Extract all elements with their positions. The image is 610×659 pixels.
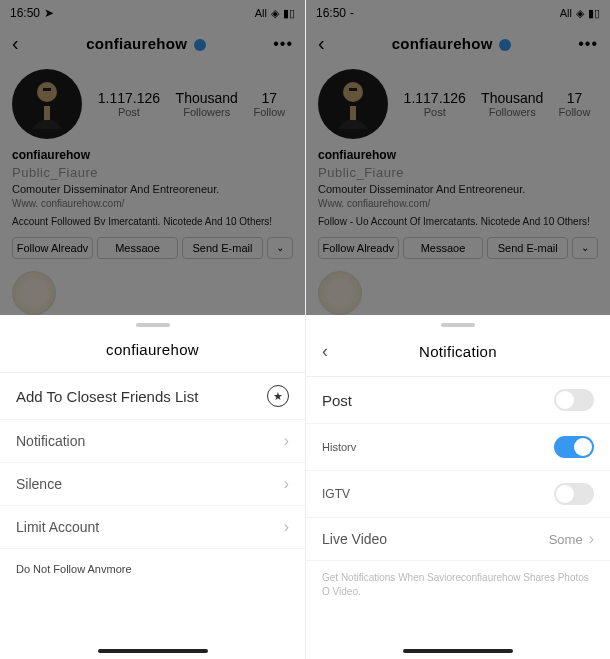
chevron-right-icon: › xyxy=(284,432,289,450)
svg-rect-5 xyxy=(350,106,356,120)
followed-by[interactable]: Account Followed Bv Imercatanti. Nicoted… xyxy=(12,215,293,229)
profile-handle: confiaurehow xyxy=(325,35,579,52)
avatar[interactable] xyxy=(318,69,388,139)
stats: 1.117.126Post ThousandFollowers 17Follow xyxy=(82,69,293,139)
bio: confiaurehow Public_Fiaure Comouter Diss… xyxy=(306,147,610,229)
bio-link[interactable]: Www. confiaurehow.com/ xyxy=(12,197,293,211)
verified-icon xyxy=(194,39,206,51)
more-icon[interactable]: ••• xyxy=(578,35,598,53)
verified-icon xyxy=(499,39,511,51)
profile-page-dimmed: 16:50 - All◈▮▯ ‹ confiaurehow ••• 1.117.… xyxy=(306,0,610,315)
sheet-grabber[interactable] xyxy=(441,323,475,327)
chevron-right-icon: › xyxy=(589,530,594,548)
toggle-post[interactable] xyxy=(554,389,594,411)
stats: 1.117.126Post ThousandFollowers 17Follow xyxy=(388,69,598,139)
wifi-icon: ◈ xyxy=(271,7,279,20)
row-live-video[interactable]: Live Video Some › xyxy=(306,518,610,561)
row-igtv-notif: IGTV xyxy=(306,471,610,518)
sheet-grabber[interactable] xyxy=(136,323,170,327)
notifications-sheet: ‹ Notification Post Historv IGTV Live Vi… xyxy=(306,315,610,659)
battery-icon: ▮▯ xyxy=(283,7,295,20)
bio-desc: Comouter Disseminator And Entreoreneur. xyxy=(318,182,598,197)
toggle-history[interactable] xyxy=(554,436,594,458)
bio-link[interactable]: Www. confiaurehow.com/ xyxy=(318,197,598,211)
chevron-right-icon: › xyxy=(284,475,289,493)
network: All xyxy=(255,7,267,19)
follow-button[interactable]: Follow Alreadv xyxy=(318,237,399,259)
message-button[interactable]: Messaoe xyxy=(403,237,484,259)
more-icon[interactable]: ••• xyxy=(273,35,293,53)
bio-desc: Comouter Disseminator And Entreoreneur. xyxy=(12,182,293,197)
story-highlight[interactable] xyxy=(318,271,362,315)
star-icon: ★ xyxy=(267,385,289,407)
notification-hint: Get Notifications When Savioreconfiaureh… xyxy=(306,561,610,609)
row-closest-friends[interactable]: Add To Closest Friends List ★ xyxy=(0,373,305,420)
sheet-back-icon[interactable]: ‹ xyxy=(322,341,342,362)
row-notifications[interactable]: Notification › xyxy=(0,420,305,463)
svg-point-3 xyxy=(343,82,363,102)
battery-icon: ▮▯ xyxy=(588,7,600,20)
svg-rect-2 xyxy=(44,106,50,120)
suggestions-dropdown[interactable]: ⌄ xyxy=(572,237,598,259)
row-history-notif: Historv xyxy=(306,424,610,471)
profile-page-dimmed: 16:50➤ All◈▮▯ ‹ confiaurehow ••• 1.117.1… xyxy=(0,0,305,315)
follow-button[interactable]: Follow Alreadv xyxy=(12,237,93,259)
svg-rect-1 xyxy=(43,88,51,91)
location-icon: ➤ xyxy=(44,6,54,20)
profile-handle: confiaurehow xyxy=(19,35,274,52)
row-post-notif: Post xyxy=(306,377,610,424)
action-buttons: Follow Alreadv Messaoe Send E-mail ⌄ xyxy=(0,229,305,267)
suggestions-dropdown[interactable]: ⌄ xyxy=(267,237,293,259)
bio-name: confiaurehow xyxy=(318,147,598,164)
row-silence[interactable]: Silence › xyxy=(0,463,305,506)
toggle-igtv[interactable] xyxy=(554,483,594,505)
story-highlight[interactable] xyxy=(12,271,56,315)
phone-left: 16:50➤ All◈▮▯ ‹ confiaurehow ••• 1.117.1… xyxy=(0,0,305,659)
avatar[interactable] xyxy=(12,69,82,139)
stat-following[interactable]: 17Follow xyxy=(253,90,285,118)
phone-right: 16:50 - All◈▮▯ ‹ confiaurehow ••• 1.117.… xyxy=(305,0,610,659)
stat-followers[interactable]: ThousandFollowers xyxy=(481,90,543,118)
svg-rect-4 xyxy=(349,88,357,91)
bio-name: confiaurehow xyxy=(12,147,293,164)
profile-header: ‹ confiaurehow ••• xyxy=(306,22,610,65)
stat-posts[interactable]: 1.117.126Post xyxy=(404,90,466,118)
profile-header: ‹ confiaurehow ••• xyxy=(0,22,305,65)
action-sheet: confiaurehow Add To Closest Friends List… xyxy=(0,315,305,659)
bio-category: Public_Fiaure xyxy=(318,164,598,182)
followed-by[interactable]: Follow - Uo Account Of Imercatants. Nico… xyxy=(318,215,598,229)
wifi-icon: ◈ xyxy=(576,7,584,20)
message-button[interactable]: Messaoe xyxy=(97,237,178,259)
home-indicator[interactable] xyxy=(403,649,513,653)
action-buttons: Follow Alreadv Messaoe Send E-mail ⌄ xyxy=(306,229,610,267)
email-button[interactable]: Send E-mail xyxy=(182,237,263,259)
status-bar: 16:50 - All◈▮▯ xyxy=(306,0,610,22)
back-chevron-icon[interactable]: ‹ xyxy=(12,32,19,55)
sheet-title: confiaurehow xyxy=(16,341,289,358)
stat-followers[interactable]: ThousandFollowers xyxy=(176,90,238,118)
svg-point-0 xyxy=(37,82,57,102)
bio: confiaurehow Public_Fiaure Comouter Diss… xyxy=(0,147,305,229)
sheet-title: Notification xyxy=(342,343,574,360)
back-chevron-icon[interactable]: ‹ xyxy=(318,32,325,55)
status-bar: 16:50➤ All◈▮▯ xyxy=(0,0,305,22)
chevron-right-icon: › xyxy=(284,518,289,536)
stat-following[interactable]: 17Follow xyxy=(559,90,591,118)
bio-category: Public_Fiaure xyxy=(12,164,293,182)
email-button[interactable]: Send E-mail xyxy=(487,237,568,259)
time: 16:50 xyxy=(316,6,346,20)
network: All xyxy=(560,7,572,19)
time: 16:50 xyxy=(10,6,40,20)
stat-posts[interactable]: 1.117.126Post xyxy=(98,90,160,118)
row-limit[interactable]: Limit Account › xyxy=(0,506,305,549)
unfollow-button[interactable]: Do Not Follow Anvmore xyxy=(0,549,305,589)
home-indicator[interactable] xyxy=(98,649,208,653)
